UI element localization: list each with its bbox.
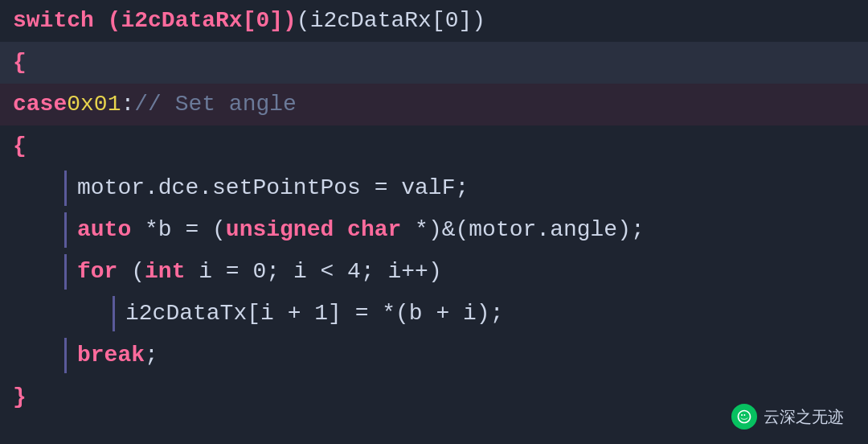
watermark-text: 云深之无迹 bbox=[764, 405, 844, 430]
keyword-case: case bbox=[13, 87, 67, 121]
keyword-int: int bbox=[145, 259, 185, 284]
keyword-char: char bbox=[347, 217, 401, 242]
open-brace-inner: { bbox=[13, 129, 27, 163]
code-line-3: case 0x01: // Set angle bbox=[0, 84, 868, 125]
code-line-9: break; bbox=[0, 335, 868, 376]
auto-rest: *b = ( bbox=[131, 217, 226, 242]
keyword-unsigned: unsigned bbox=[226, 217, 334, 242]
left-border-7: for (int i = 0; i < 4; i++) bbox=[64, 254, 442, 289]
close-brace: } bbox=[13, 380, 27, 414]
keyword-for: for bbox=[77, 259, 117, 284]
svg-point-0 bbox=[741, 414, 743, 416]
keyword-auto: auto bbox=[77, 217, 131, 242]
left-border-8: i2cDataTx[i + 1] = *(b + i); bbox=[113, 296, 503, 331]
statement-setpointpos: motor.dce.setPointPos = valF; bbox=[77, 175, 469, 200]
code-line-2: { bbox=[0, 42, 868, 84]
for-rest: i = 0; i < 4; i++) bbox=[185, 259, 441, 284]
code-line-8: i2cDataTx[i + 1] = *(b + i); bbox=[0, 293, 868, 335]
left-border-6: auto *b = (unsigned char *)&(motor.angle… bbox=[64, 212, 645, 247]
comment-set-angle: // Set angle bbox=[134, 87, 297, 121]
code-block: switch (i2cDataRx[0]) (i2cDataRx[0]) { c… bbox=[0, 0, 868, 444]
watermark: 云深之无迹 bbox=[731, 404, 844, 430]
break-semi: ; bbox=[145, 343, 158, 368]
code-line-6: auto *b = (unsigned char *)&(motor.angle… bbox=[0, 209, 868, 251]
code-line-5: motor.dce.setPointPos = valF; bbox=[0, 167, 868, 209]
keyword-switch: switch (i2cDataRx[0]) bbox=[13, 3, 297, 38]
code-line-7: for (int i = 0; i < 4; i++) bbox=[0, 251, 868, 293]
keyword-break: break bbox=[77, 343, 145, 368]
auto-rest2: *)&(motor.angle); bbox=[401, 217, 644, 242]
hex-value: 0x01 bbox=[67, 87, 121, 121]
left-border-5: motor.dce.setPointPos = valF; bbox=[64, 171, 469, 205]
code-line-4: { bbox=[0, 125, 868, 167]
space-char bbox=[334, 217, 347, 242]
left-border-9: break; bbox=[64, 338, 158, 372]
switch-args: (i2cDataRx[0]) bbox=[297, 3, 485, 38]
for-args: ( bbox=[117, 259, 145, 284]
colon: : bbox=[121, 87, 134, 121]
code-line-1: switch (i2cDataRx[0]) (i2cDataRx[0]) bbox=[0, 0, 868, 42]
svg-point-1 bbox=[744, 414, 746, 416]
statement-i2cdatatx: i2cDataTx[i + 1] = *(b + i); bbox=[125, 301, 503, 326]
open-brace-top: { bbox=[13, 45, 27, 80]
wechat-icon bbox=[731, 404, 757, 430]
